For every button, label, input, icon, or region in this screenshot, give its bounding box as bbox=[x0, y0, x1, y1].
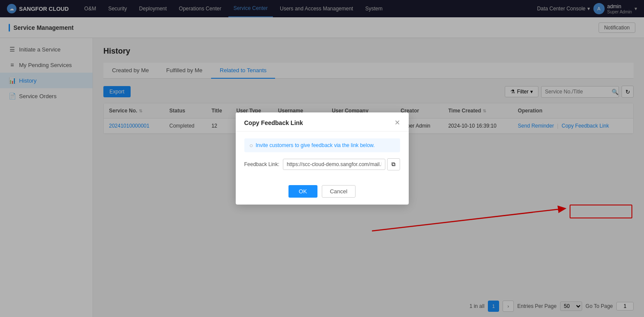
feedback-link-label: Feedback Link: bbox=[244, 161, 279, 167]
modal-header: Copy Feedback Link ✕ bbox=[236, 112, 409, 131]
copy-icon: ⧉ bbox=[391, 161, 395, 168]
modal-ok-button[interactable]: OK bbox=[288, 185, 317, 198]
modal-body: ○ Invite customers to give feedback via … bbox=[236, 131, 409, 181]
modal-overlay: Copy Feedback Link ✕ ○ Invite customers … bbox=[0, 0, 644, 317]
modal-cancel-button[interactable]: Cancel bbox=[322, 185, 356, 198]
modal-info-text: Invite customers to give feedback via th… bbox=[256, 142, 375, 148]
copy-feedback-modal: Copy Feedback Link ✕ ○ Invite customers … bbox=[236, 112, 409, 205]
modal-close-button[interactable]: ✕ bbox=[394, 118, 400, 127]
modal-title: Copy Feedback Link bbox=[244, 119, 303, 126]
info-icon: ○ bbox=[250, 142, 253, 149]
copy-link-icon-button[interactable]: ⧉ bbox=[387, 158, 400, 170]
modal-info-bar: ○ Invite customers to give feedback via … bbox=[244, 138, 400, 152]
modal-footer: OK Cancel bbox=[236, 181, 409, 205]
feedback-link-input[interactable] bbox=[283, 159, 385, 170]
feedback-link-row: Feedback Link: ⧉ bbox=[244, 158, 400, 170]
